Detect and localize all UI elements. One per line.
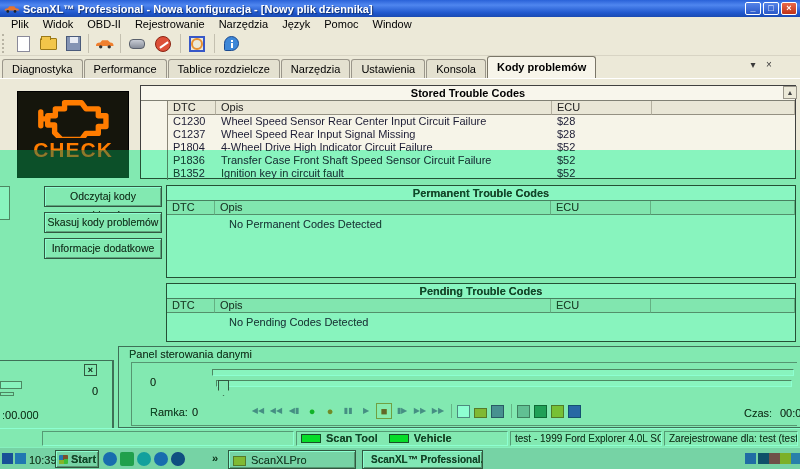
col-opis: Opis xyxy=(216,101,552,115)
toolbar-separator xyxy=(120,34,121,53)
minimize-button[interactable]: _ xyxy=(745,2,761,15)
permanent-codes-group: Permanent Trouble Codes DTC Opis ECU No … xyxy=(166,185,796,278)
read-codes-button[interactable]: Odczytaj kody problemów xyxy=(44,186,162,207)
tray-volume-icon[interactable] xyxy=(780,453,791,464)
pending-codes-header: DTC Opis ECU xyxy=(167,299,795,313)
menu-rejestrowanie[interactable]: Rejestrowanie xyxy=(128,17,212,31)
stop-button[interactable]: ■ xyxy=(376,403,392,419)
vehicle-icon[interactable] xyxy=(94,33,116,54)
toolbar-grip xyxy=(2,34,5,53)
toolbar-separator xyxy=(451,404,452,418)
table-row[interactable]: P1836Transfer Case Front Shaft Speed Sen… xyxy=(168,154,795,167)
disconnect-icon[interactable] xyxy=(152,33,174,54)
tab-strip: Diagnostyka Performance Tablice rozdziel… xyxy=(0,56,800,78)
frame-slider-thumb[interactable] xyxy=(218,380,229,396)
tab-tablice-rozdzielcze[interactable]: Tablice rozdzielcze xyxy=(168,59,280,78)
engine-icon xyxy=(29,92,117,138)
frame-slider-track[interactable] xyxy=(212,369,794,376)
quick-launch-browser-icon[interactable] xyxy=(137,452,151,466)
quick-launch-ie-icon[interactable] xyxy=(103,452,117,466)
skip-to-start-button[interactable]: ◀◀ xyxy=(250,403,266,419)
app-window: ScanXL™ Professional - Nowa konfiguracja… xyxy=(0,0,800,469)
menu-jezyk[interactable]: Język xyxy=(275,17,317,31)
frame-label: Ramka: xyxy=(150,406,188,418)
tab-kody-problemow[interactable]: Kody problemów xyxy=(487,56,596,78)
rewind-button[interactable]: ◀◀ xyxy=(268,403,284,419)
mark-button[interactable]: ● xyxy=(322,403,338,419)
tab-narzedzia[interactable]: Narzędzia xyxy=(281,59,351,78)
menu-obd2[interactable]: OBD-II xyxy=(80,17,128,31)
about-icon[interactable] xyxy=(220,33,242,54)
data-control-panel: Panel sterowania danymi 0 Ramka: 0 ◀◀ ◀◀… xyxy=(118,346,800,428)
status-cell-empty xyxy=(42,431,294,446)
maximize-button[interactable]: □ xyxy=(763,2,779,15)
menu-widok[interactable]: Widok xyxy=(36,17,81,31)
tab-close-icon[interactable]: × xyxy=(762,59,776,70)
open-file-icon[interactable] xyxy=(37,33,59,54)
slider-value: 0 xyxy=(150,376,156,388)
menu-narzedzia[interactable]: Narzędzia xyxy=(212,17,276,31)
new-log-icon[interactable] xyxy=(457,405,470,418)
scroll-up-icon[interactable]: ▲ xyxy=(783,86,797,99)
taskbar-item-scanxl-app[interactable]: ScanXL™ Professional... xyxy=(362,450,483,469)
quick-launch-explorer-icon[interactable] xyxy=(154,452,168,466)
step-back-button[interactable]: ◀▮ xyxy=(286,403,302,419)
clear-codes-button[interactable]: Skasuj kody problemów xyxy=(44,212,162,233)
menu-window[interactable]: Window xyxy=(366,17,419,31)
menu-plik[interactable]: Plik xyxy=(4,17,36,31)
tab-menu-icon[interactable]: ▾ xyxy=(746,59,760,70)
divider xyxy=(0,78,800,79)
time-label: Czas: xyxy=(744,407,772,419)
frame-slider-track-2[interactable] xyxy=(216,380,792,387)
fragment-close-icon[interactable]: × xyxy=(84,364,97,376)
scan-tool-label: Scan Tool xyxy=(326,432,378,444)
step-forward-button[interactable]: ▮▶ xyxy=(394,403,410,419)
taskbar: Start » ScanXLPro ScanXL™ Professional..… xyxy=(0,447,800,469)
quick-launch-desktop-icon[interactable] xyxy=(120,452,134,466)
play-button[interactable]: ▶ xyxy=(358,403,374,419)
connect-icon[interactable] xyxy=(126,33,148,54)
window-fragment xyxy=(0,186,10,220)
stored-codes-group: Stored Trouble Codes DTC Opis ECU C1230W… xyxy=(140,85,796,179)
tray-icon-5[interactable] xyxy=(791,453,800,464)
toolbar-separator xyxy=(88,34,89,53)
table-row[interactable]: C1230Wheel Speed Sensor Rear Center Inpu… xyxy=(168,115,795,128)
skip-to-end-button[interactable]: ▶▶ xyxy=(430,403,446,419)
table-row[interactable]: C1237Wheel Speed Rear Input Signal Missi… xyxy=(168,128,795,141)
log-tool-icon-4[interactable] xyxy=(568,405,581,418)
tray-icon-3[interactable] xyxy=(769,453,780,464)
table-row[interactable]: P18044-Wheel Drive High Indicator Circui… xyxy=(168,141,795,154)
extra-info-button[interactable]: Informacje dodatkowe xyxy=(44,238,162,259)
tab-performance[interactable]: Performance xyxy=(84,59,167,78)
new-file-icon[interactable] xyxy=(12,33,34,54)
menu-pomoc[interactable]: Pomoc xyxy=(317,17,365,31)
tray-clock-fragment: 10:39 xyxy=(0,449,54,469)
pause-button[interactable]: ▮▮ xyxy=(340,403,356,419)
log-tool-icon-1[interactable] xyxy=(517,405,530,418)
tray-icon-2[interactable] xyxy=(758,453,769,464)
window-title: ScanXL™ Professional - Nowa konfiguracja… xyxy=(23,3,743,15)
table-row[interactable]: B1352Ignition key in circuit fault$52 xyxy=(168,167,795,180)
quick-launch-media-icon[interactable] xyxy=(171,452,185,466)
open-log-icon[interactable] xyxy=(474,408,487,418)
start-label: Start xyxy=(71,453,96,465)
record-button[interactable]: ● xyxy=(304,403,320,419)
tab-diagnostyka[interactable]: Diagnostyka xyxy=(2,59,83,78)
tab-ustawienia[interactable]: Ustawienia xyxy=(351,59,425,78)
quick-launch-overflow-icon[interactable]: » xyxy=(212,452,218,464)
log-tool-icon-3[interactable] xyxy=(551,405,564,418)
taskbar-item-scanxlpro-folder[interactable]: ScanXLPro xyxy=(228,450,356,469)
fast-forward-button[interactable]: ▶▶ xyxy=(412,403,428,419)
folder-icon xyxy=(233,456,246,466)
close-button[interactable]: × xyxy=(781,2,797,15)
dashboard-icon[interactable] xyxy=(186,33,208,54)
toolbar-separator xyxy=(214,34,215,53)
col-extra xyxy=(651,299,795,313)
tray-icon-1[interactable] xyxy=(745,453,756,464)
tab-konsola[interactable]: Konsola xyxy=(426,59,486,78)
save-log-icon[interactable] xyxy=(491,405,504,418)
save-file-icon[interactable] xyxy=(62,33,84,54)
start-button[interactable]: Start xyxy=(55,450,99,468)
col-ecu: ECU xyxy=(551,201,651,215)
log-tool-icon-2[interactable] xyxy=(534,405,547,418)
